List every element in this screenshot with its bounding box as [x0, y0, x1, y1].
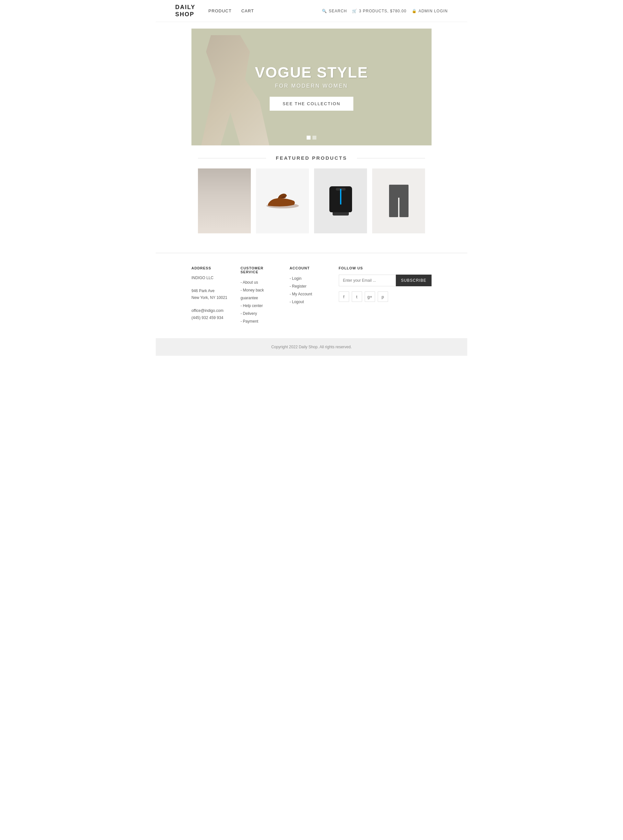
hero-banner: VOGUE STYLE FOR MODERN WOMEN SEE THE COL… — [192, 29, 431, 146]
footer-link-my-account[interactable]: My Account — [289, 290, 329, 298]
footer-address-section: ADDRESS INDIGO LLC 946 Park Ave New York… — [192, 266, 231, 325]
footer-city: New York, NY 10021 — [192, 294, 231, 301]
footer-link-login[interactable]: Login — [289, 275, 329, 283]
product-image-backpack — [314, 169, 367, 233]
hero-dots — [307, 136, 316, 140]
footer-link-delivery[interactable]: Delivery — [241, 310, 280, 318]
search-button[interactable]: 🔍 SEARCH — [322, 9, 347, 13]
admin-login-button[interactable]: 🔒 ADMIN LOGIN — [412, 9, 448, 13]
product-card-shoes[interactable] — [256, 169, 309, 233]
hero-dot-2[interactable] — [313, 136, 316, 140]
footer-street: 946 Park Ave — [192, 287, 231, 295]
product-image-dress — [198, 169, 251, 233]
cart-icon: 🛒 — [352, 9, 357, 13]
footer-link-register[interactable]: Register — [289, 283, 329, 290]
hero-dot-1[interactable] — [307, 136, 310, 140]
footer-service-title: CUSTOMER SERVICE — [241, 266, 280, 274]
copyright-text: Copyright 2022 Daily Shop. All rights re… — [162, 345, 461, 349]
facebook-icon[interactable]: f — [339, 292, 349, 302]
dress-image — [198, 169, 251, 233]
logo-line2: SHOP — [175, 11, 195, 18]
product-card-pants[interactable] — [372, 169, 425, 233]
hero-title: VOGUE STYLE — [255, 64, 368, 81]
footer-link-money-back[interactable]: Money back guarantee — [241, 286, 280, 302]
hero-subtitle: FOR MODERN WOMEN — [255, 83, 368, 89]
shoes-svg — [265, 191, 301, 210]
footer-company: INDIGO LLC — [192, 275, 231, 282]
footer-follow-title: FOLLOW US — [339, 266, 431, 270]
subscribe-button[interactable]: SUBSCRIBE — [396, 275, 431, 286]
google-plus-icon[interactable]: g+ — [365, 292, 375, 302]
featured-products-section: FEATURED PRODUCTS — [192, 155, 431, 233]
footer-email: office@indigo.com — [192, 307, 231, 315]
footer-service-section: CUSTOMER SERVICE About us Money back gua… — [241, 266, 280, 325]
search-icon: 🔍 — [322, 9, 327, 13]
footer-follow-section: FOLLOW US SUBSCRIBE f t g+ p — [339, 266, 431, 325]
twitter-icon[interactable]: t — [352, 292, 362, 302]
nav-cart[interactable]: CART — [241, 8, 254, 13]
email-input[interactable] — [339, 275, 396, 286]
main-nav: PRODUCT CART — [208, 8, 322, 13]
footer-link-about[interactable]: About us — [241, 278, 280, 286]
product-card-dress[interactable] — [198, 169, 251, 233]
product-image-pants — [372, 169, 425, 233]
products-grid — [198, 169, 425, 233]
hero-content: VOGUE STYLE FOR MODERN WOMEN SEE THE COL… — [255, 64, 368, 111]
footer-link-logout[interactable]: Logout — [289, 298, 329, 306]
product-card-backpack[interactable] — [314, 169, 367, 233]
footer-account-section: ACCOUNT Login Register My Account Logout — [289, 266, 329, 325]
featured-title: FEATURED PRODUCTS — [198, 155, 425, 161]
footer-link-help[interactable]: Help center — [241, 302, 280, 310]
cart-button[interactable]: 🛒 3 PRODUCTS, $780.00 — [352, 9, 406, 13]
footer-account-title: ACCOUNT — [289, 266, 329, 270]
footer-bottom: Copyright 2022 Daily Shop. All rights re… — [156, 338, 467, 356]
footer-link-payment[interactable]: Payment — [241, 318, 280, 325]
nav-product[interactable]: PRODUCT — [208, 8, 231, 13]
footer-content: ADDRESS INDIGO LLC 946 Park Ave New York… — [192, 266, 431, 325]
header: DAILY SHOP PRODUCT CART 🔍 SEARCH 🛒 3 PRO… — [156, 0, 467, 22]
social-icons: f t g+ p — [339, 292, 431, 302]
logo-line1: DAILY — [175, 4, 195, 11]
footer-main: ADDRESS INDIGO LLC 946 Park Ave New York… — [156, 253, 467, 338]
newsletter-input-group: SUBSCRIBE — [339, 275, 431, 286]
header-actions: 🔍 SEARCH 🛒 3 PRODUCTS, $780.00 🔒 ADMIN L… — [322, 9, 448, 13]
product-image-shoes — [256, 169, 309, 233]
logo[interactable]: DAILY SHOP — [175, 4, 195, 18]
lock-icon: 🔒 — [412, 9, 417, 13]
pinterest-icon[interactable]: p — [378, 292, 388, 302]
footer-phone: (445) 932 459 934 — [192, 315, 231, 322]
hero-cta-button[interactable]: SEE THE COLLECTION — [270, 97, 353, 111]
footer-address-title: ADDRESS — [192, 266, 231, 270]
